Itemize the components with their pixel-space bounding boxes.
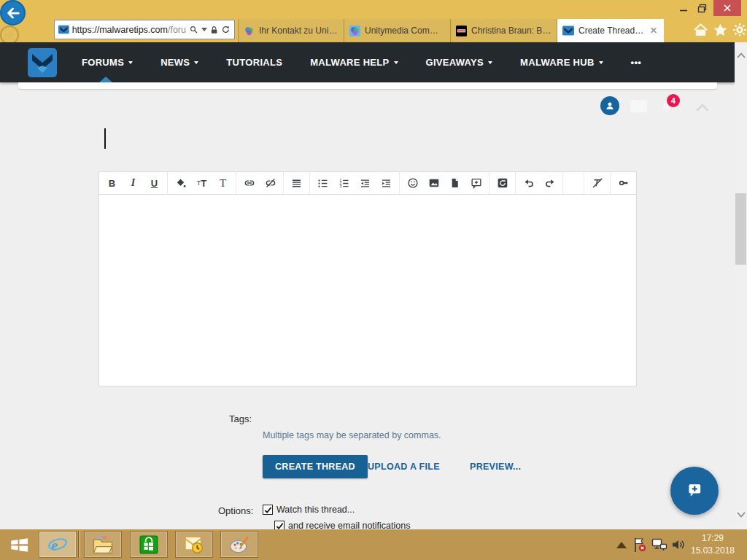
indent-icon[interactable] xyxy=(376,174,397,192)
settings-gear-icon xyxy=(732,23,747,37)
home-icon xyxy=(693,23,708,37)
upload-file-button[interactable]: UPLOAD A FILE xyxy=(368,462,440,472)
window-minimize-button[interactable] xyxy=(676,0,692,16)
bbcode-key-icon[interactable] xyxy=(613,174,634,192)
toolbar-group-insert xyxy=(400,172,489,194)
tray-expand-chevron-icon[interactable] xyxy=(616,542,627,548)
list-bullet-icon[interactable] xyxy=(312,174,333,192)
action-center-flag-icon[interactable] xyxy=(632,537,647,553)
url-text: https://malwaretips.com/foru xyxy=(72,25,186,35)
tags-help-text: Multiple tags may be separated by commas… xyxy=(263,430,441,440)
scrollbar-thumb[interactable] xyxy=(735,193,746,265)
taskbar-outlook[interactable] xyxy=(175,531,213,558)
nav-item-news[interactable]: NEWS xyxy=(160,57,198,68)
list-ordered-icon[interactable]: 123 xyxy=(333,174,355,192)
tab-christina-braun[interactable]: Christina Braun: Bac... xyxy=(451,19,557,42)
toolbar-group-lists: 123 xyxy=(310,172,400,194)
file-explorer-icon xyxy=(92,534,114,555)
remove-format-icon[interactable] xyxy=(587,174,608,192)
attach-file-icon[interactable] xyxy=(444,174,465,192)
tags-label: Tags: xyxy=(229,413,252,424)
preview-button[interactable]: PREVIEW... xyxy=(470,462,521,472)
chevron-down-icon xyxy=(599,61,603,64)
avatar[interactable] xyxy=(600,96,619,115)
window-close-button[interactable] xyxy=(713,0,741,16)
tab-ihr-kontakt[interactable]: Ihr Kontakt zu Unity... xyxy=(238,19,344,42)
settings-button[interactable] xyxy=(731,22,747,38)
back-button[interactable] xyxy=(0,0,26,26)
tray-clock[interactable]: 17:29 15.03.2018 xyxy=(684,532,742,557)
page-scrollbar[interactable] xyxy=(735,42,747,529)
address-bar[interactable]: https://malwaretips.com/foru xyxy=(54,20,235,39)
tab-unitymedia-community[interactable]: Unitymedia Commu... xyxy=(344,19,451,42)
toolbar-group-bbcode xyxy=(610,172,636,194)
internet-explorer-icon: e xyxy=(47,534,69,556)
align-justify-icon[interactable] xyxy=(286,174,307,192)
tab-title: Unitymedia Commu... xyxy=(365,26,445,36)
search-icon[interactable] xyxy=(189,24,198,35)
collapse-chevron-icon[interactable] xyxy=(695,102,710,112)
taskbar-internet-explorer[interactable]: e xyxy=(39,531,77,558)
redo-icon[interactable] xyxy=(539,174,560,192)
tab-bar: Ihr Kontakt zu Unity... Unitymedia Commu… xyxy=(238,19,664,42)
taskbar-file-explorer[interactable] xyxy=(84,531,122,558)
favorites-button[interactable] xyxy=(711,22,729,38)
unlink-icon[interactable] xyxy=(260,174,281,192)
text-cursor xyxy=(104,128,106,149)
watch-thread-label: Watch this thread... xyxy=(276,505,355,515)
taskbar-paint[interactable] xyxy=(220,531,258,558)
malwaretips-favicon xyxy=(58,25,69,34)
image-icon[interactable] xyxy=(423,174,444,192)
font-size-icon[interactable]: TT xyxy=(191,174,212,192)
emoji-icon[interactable] xyxy=(402,174,423,192)
outdent-icon[interactable] xyxy=(355,174,376,192)
nav-item-giveaways[interactable]: GIVEAWAYS xyxy=(426,57,493,68)
taskbar-windows-store[interactable] xyxy=(130,531,168,558)
chevron-down-icon xyxy=(128,61,133,64)
italic-icon[interactable]: I xyxy=(123,174,144,192)
nav-item-more[interactable]: ••• xyxy=(631,57,642,68)
scroll-up-icon[interactable] xyxy=(735,50,746,61)
font-family-icon[interactable]: T xyxy=(212,174,233,192)
nav-item-forums[interactable]: FORUMS xyxy=(82,57,133,68)
save-draft-icon[interactable] xyxy=(492,174,513,192)
nav-item-malware-hub[interactable]: MALWARE HUB xyxy=(520,57,603,68)
toolbar-group-align xyxy=(284,172,310,194)
window-restore-button[interactable] xyxy=(694,0,710,16)
minimize-icon xyxy=(679,4,688,12)
browser-chrome: https://malwaretips.com/foru Ihr Kontakt… xyxy=(0,0,747,42)
text-color-icon[interactable] xyxy=(170,174,191,192)
malwaretips-logo[interactable] xyxy=(28,48,57,77)
nav-item-tutorials[interactable]: TUTORIALS xyxy=(226,57,282,68)
chevron-down-icon xyxy=(194,61,198,64)
network-icon[interactable] xyxy=(651,538,667,551)
refresh-icon[interactable] xyxy=(221,24,231,35)
nav-label: TUTORIALS xyxy=(226,57,282,68)
editor-toolbar: B I U TT T 123 xyxy=(98,171,637,195)
create-thread-button[interactable]: CREATE THREAD xyxy=(263,455,368,478)
nav-item-malware-help[interactable]: MALWARE HELP xyxy=(310,57,398,68)
link-icon[interactable] xyxy=(239,174,260,192)
tab-create-thread[interactable]: Create Thread | ... ✕ xyxy=(557,19,664,42)
inbox-icon[interactable] xyxy=(630,100,647,112)
alerts-badge[interactable]: 4 xyxy=(667,94,680,107)
start-button[interactable] xyxy=(7,534,32,556)
scroll-down-icon[interactable] xyxy=(735,509,746,521)
address-dropdown-icon[interactable] xyxy=(201,28,207,31)
tab-title: Ihr Kontakt zu Unity... xyxy=(259,26,338,36)
clock-time: 17:29 xyxy=(684,532,742,545)
chevron-down-icon xyxy=(394,61,398,64)
unitymedia-icon xyxy=(349,26,360,36)
underline-icon[interactable]: U xyxy=(144,174,165,192)
tab-close-icon[interactable]: ✕ xyxy=(649,26,659,36)
bold-icon[interactable]: B xyxy=(101,174,123,192)
new-chat-fab[interactable] xyxy=(670,467,719,515)
ellipsis-icon: ••• xyxy=(631,57,642,68)
insert-quote-icon[interactable] xyxy=(465,174,487,192)
watch-thread-checkbox[interactable] xyxy=(263,505,273,515)
home-button[interactable] xyxy=(692,22,709,38)
editor-content-area[interactable] xyxy=(98,195,637,386)
undo-icon[interactable] xyxy=(518,174,539,192)
toolbar-group-link xyxy=(236,172,284,194)
svg-text:3: 3 xyxy=(340,184,342,188)
